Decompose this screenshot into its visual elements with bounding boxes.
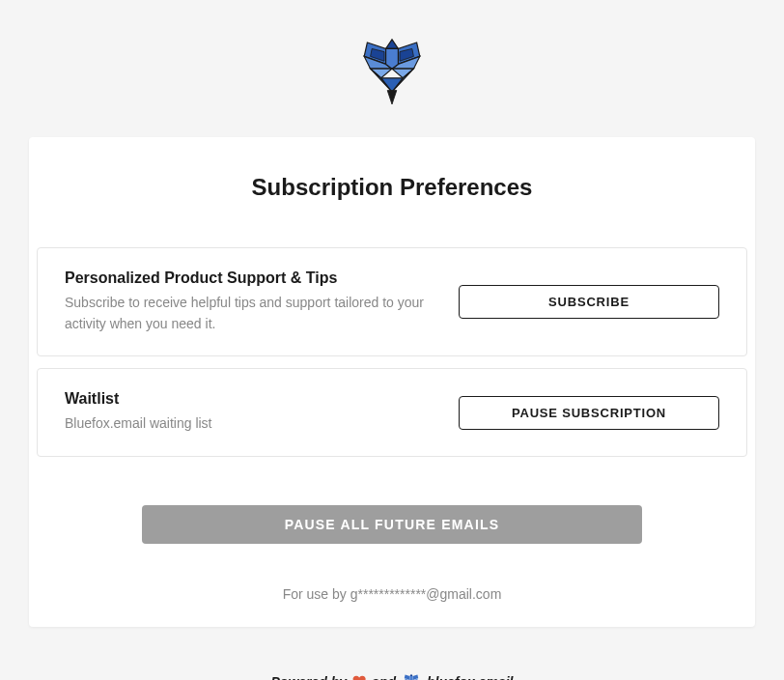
preference-description: Subscribe to receive helpful tips and su… (65, 293, 435, 334)
preference-description: Bluefox.email waiting list (65, 413, 435, 435)
logo-container (353, 35, 431, 112)
page-title: Subscription Preferences (29, 174, 755, 201)
preference-text: Waitlist Bluefox.email waiting list (65, 390, 435, 435)
preference-item: Personalized Product Support & Tips Subs… (37, 247, 747, 356)
footer-note: For use by g*************@gmail.com (29, 586, 755, 602)
powered-by: Powered by ❤ and bluefox.email (271, 671, 514, 680)
page-container: Subscription Preferences Personalized Pr… (0, 0, 784, 680)
pause-all-container: PAUSE ALL FUTURE EMAILS (29, 505, 755, 544)
preference-text: Personalized Product Support & Tips Subs… (65, 269, 435, 334)
preferences-card: Subscription Preferences Personalized Pr… (29, 137, 755, 627)
svg-marker-16 (409, 673, 412, 675)
preference-title: Personalized Product Support & Tips (65, 269, 435, 287)
preference-item: Waitlist Bluefox.email waiting list PAUS… (37, 368, 747, 457)
bluefox-mini-icon (402, 672, 421, 680)
svg-marker-13 (387, 91, 397, 104)
svg-marker-7 (386, 48, 399, 69)
svg-marker-19 (409, 676, 412, 680)
bluefox-logo-icon (353, 35, 431, 108)
svg-marker-4 (386, 40, 399, 49)
pause-all-button[interactable]: PAUSE ALL FUTURE EMAILS (142, 505, 642, 544)
brand-link[interactable]: bluefox.email (427, 674, 513, 680)
heart-icon: ❤ (352, 671, 366, 680)
svg-marker-9 (392, 69, 413, 78)
pause-subscription-button[interactable]: PAUSE SUBSCRIPTION (459, 396, 719, 430)
powered-by-prefix: Powered by (271, 674, 348, 680)
svg-marker-8 (371, 69, 392, 78)
preference-title: Waitlist (65, 390, 435, 408)
subscribe-button[interactable]: SUBSCRIBE (459, 285, 719, 319)
powered-by-and: and (372, 674, 396, 680)
svg-marker-12 (381, 78, 403, 92)
